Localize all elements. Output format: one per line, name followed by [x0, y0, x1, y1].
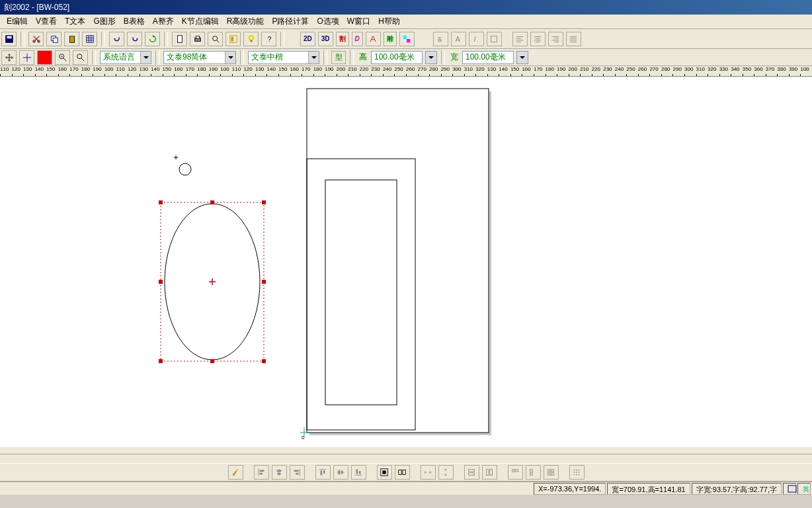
- align-r-button[interactable]: [290, 465, 305, 480]
- align-justify-button[interactable]: [566, 32, 581, 46]
- cut-mode-button[interactable]: 割: [336, 32, 349, 46]
- grid3-button[interactable]: [544, 465, 559, 480]
- align-vc-button[interactable]: [333, 465, 348, 480]
- cut-button[interactable]: [28, 32, 44, 46]
- svg-point-78: [574, 474, 575, 476]
- svg-rect-34: [262, 280, 266, 284]
- svg-rect-48: [321, 470, 323, 475]
- mode-3d-button[interactable]: 3D: [318, 32, 333, 46]
- svg-rect-46: [296, 473, 298, 475]
- font1-combo[interactable]: 文泰98简体: [163, 51, 236, 64]
- strike-button[interactable]: S̶: [433, 32, 448, 46]
- svg-rect-42: [277, 470, 282, 472]
- preview-button[interactable]: [208, 32, 223, 46]
- same-w-button[interactable]: [464, 465, 479, 480]
- menu-edit[interactable]: E编辑: [3, 14, 32, 29]
- distribute-h-button[interactable]: [377, 465, 392, 480]
- height-label: 高: [358, 52, 368, 63]
- carve-button[interactable]: 雕: [384, 32, 397, 46]
- help-button[interactable]: ?: [261, 32, 276, 46]
- svg-point-79: [576, 474, 577, 476]
- move-tool[interactable]: [1, 50, 17, 65]
- align-center-button[interactable]: [530, 32, 546, 46]
- menu-window[interactable]: W窗口: [343, 14, 374, 29]
- svg-point-77: [579, 472, 580, 473]
- align-right-button[interactable]: [548, 32, 563, 46]
- svg-point-15: [249, 35, 253, 40]
- height-drop[interactable]: [425, 51, 437, 64]
- svg-rect-81: [788, 486, 796, 492]
- copy-button[interactable]: [46, 32, 61, 46]
- align-left-button[interactable]: [512, 32, 528, 46]
- distribute-v-button[interactable]: [395, 465, 410, 480]
- mode-2d-button[interactable]: 2D: [300, 32, 315, 46]
- menu-advanced[interactable]: R高级功能: [223, 14, 268, 29]
- grid-button[interactable]: [82, 32, 97, 46]
- grid1-button[interactable]: [508, 465, 523, 480]
- menu-table[interactable]: B表格: [120, 14, 149, 29]
- type-button[interactable]: 型: [331, 51, 346, 64]
- menu-path[interactable]: P路径计算: [268, 14, 313, 29]
- align-t-button[interactable]: [315, 465, 331, 480]
- fill-tool[interactable]: [37, 50, 52, 65]
- page-button[interactable]: [172, 32, 187, 46]
- svg-text:S̶: S̶: [437, 35, 442, 42]
- svg-text:A: A: [456, 34, 460, 42]
- font-a-button[interactable]: A: [451, 32, 466, 46]
- menu-help[interactable]: H帮助: [374, 14, 404, 29]
- align-b-button[interactable]: [351, 465, 366, 480]
- menu-align[interactable]: A整齐: [149, 14, 178, 29]
- crosshair-tool[interactable]: [19, 50, 34, 65]
- menu-view[interactable]: V查看: [32, 14, 61, 29]
- color-button[interactable]: [399, 32, 415, 46]
- small-circle: [179, 163, 191, 175]
- menu-option[interactable]: O选项: [313, 14, 343, 29]
- svg-rect-54: [356, 470, 358, 474]
- align-hc-button[interactable]: [272, 465, 287, 480]
- undo-button[interactable]: [109, 32, 124, 46]
- dx-button[interactable]: D: [352, 32, 363, 46]
- paste-button[interactable]: [64, 32, 79, 46]
- width-drop[interactable]: [516, 51, 528, 64]
- menu-node[interactable]: K节点编辑: [178, 14, 223, 29]
- window-title: 刻2002 - [BW-052]: [4, 2, 69, 13]
- svg-text:?: ?: [267, 34, 271, 42]
- svg-rect-14: [231, 36, 233, 41]
- space-v-button[interactable]: [438, 465, 454, 480]
- canvas-area[interactable]: 0: [0, 77, 812, 447]
- layout-button[interactable]: [225, 32, 241, 46]
- align-l-button[interactable]: [254, 465, 269, 480]
- svg-point-74: [579, 470, 580, 471]
- svg-text:I: I: [474, 34, 476, 42]
- svg-rect-65: [516, 470, 518, 472]
- zoom-in-tool[interactable]: +: [55, 50, 70, 65]
- tool-a-button[interactable]: [366, 32, 381, 46]
- bulb-button[interactable]: [243, 32, 259, 46]
- width-input[interactable]: 100.00毫米: [462, 51, 514, 64]
- zoom-tool[interactable]: [73, 50, 88, 65]
- space-h-button[interactable]: [421, 465, 436, 480]
- menu-bar: E编辑 V查看 T文本 G图形 B表格 A整齐 K节点编辑 R高级功能 P路径计…: [0, 15, 812, 29]
- language-combo[interactable]: 系统语言: [100, 51, 151, 64]
- svg-line-28: [81, 58, 83, 60]
- align-anchor-button[interactable]: [228, 465, 243, 480]
- print-button[interactable]: [190, 32, 205, 46]
- status-charsize: 字宽:93.57,字高:92.77,字: [692, 483, 782, 495]
- save-button[interactable]: [1, 32, 17, 46]
- drawing-canvas[interactable]: 0: [0, 77, 812, 447]
- svg-rect-64: [512, 470, 515, 472]
- font2-combo[interactable]: 文泰中楷: [248, 51, 319, 64]
- scroll-bar-h[interactable]: [0, 454, 812, 463]
- menu-graphic[interactable]: G图形: [89, 14, 119, 29]
- redo-button[interactable]: [127, 32, 142, 46]
- menu-text[interactable]: T文本: [61, 14, 89, 29]
- height-input[interactable]: 100.00毫米: [371, 51, 423, 64]
- refresh-button[interactable]: [145, 32, 160, 46]
- edit-button[interactable]: [487, 32, 502, 46]
- status-coords: X=-973.36,Y=1994.: [534, 483, 606, 495]
- grid2-button[interactable]: [526, 465, 541, 480]
- dotgrid-button[interactable]: [569, 465, 585, 480]
- same-h-button[interactable]: [482, 465, 497, 480]
- italic-button[interactable]: I: [469, 32, 484, 46]
- svg-rect-8: [177, 35, 182, 42]
